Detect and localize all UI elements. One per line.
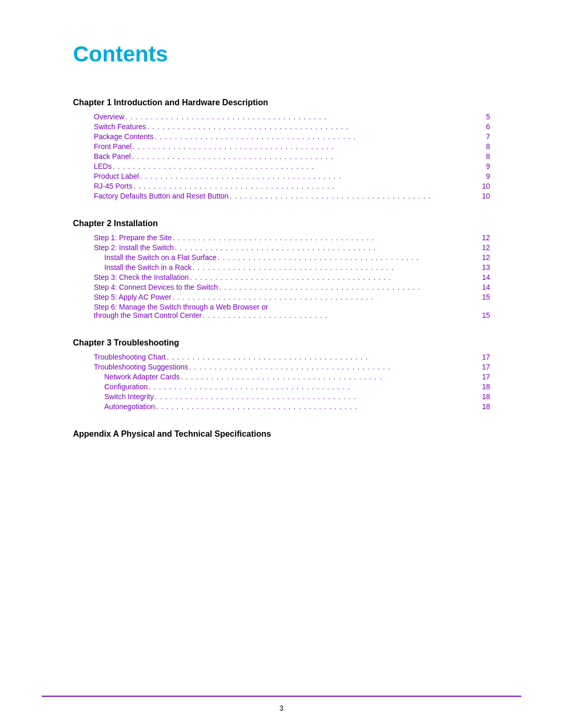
chapter-section-4: Appendix A Physical and Technical Specif…: [73, 429, 490, 439]
toc-entry[interactable]: Product Label . . . . . . . . . . . . . …: [94, 172, 490, 180]
toc-entry[interactable]: Front Panel . . . . . . . . . . . . . . …: [94, 142, 490, 151]
toc-entry[interactable]: Configuration . . . . . . . . . . . . . …: [104, 382, 490, 391]
toc-entry[interactable]: Autonegotiation . . . . . . . . . . . . …: [104, 402, 490, 411]
chapter-heading-3: Chapter 3 Troubleshooting: [73, 338, 490, 348]
footer-divider: [42, 696, 521, 697]
toc-entry[interactable]: Step 2: Install the Switch . . . . . . .…: [94, 243, 490, 252]
toc-entry[interactable]: Install the Switch on a Flat Surface . .…: [104, 253, 490, 262]
toc-entry[interactable]: Step 1: Prepare the Site . . . . . . . .…: [94, 233, 490, 242]
toc-entry[interactable]: Step 4: Connect Devices to the Switch . …: [94, 283, 490, 291]
toc-entry[interactable]: Step 3: Check the Installation . . . . .…: [94, 273, 490, 281]
toc-entry[interactable]: Switch Integrity . . . . . . . . . . . .…: [104, 392, 490, 401]
chapter-heading-1: Chapter 1 Introduction and Hardware Desc…: [73, 98, 490, 107]
toc-entry[interactable]: Switch Features . . . . . . . . . . . . …: [94, 122, 490, 131]
toc-entry[interactable]: Package Contents . . . . . . . . . . . .…: [94, 132, 490, 141]
toc-entry[interactable]: Step 5: Apply AC Power . . . . . . . . .…: [94, 293, 490, 301]
chapter-section-2: Chapter 2 InstallationStep 1: Prepare th…: [73, 219, 490, 319]
toc-entries-chapter-3: Troubleshooting Chart . . . . . . . . . …: [94, 353, 490, 411]
chapter-heading-4: Appendix A Physical and Technical Specif…: [73, 429, 490, 439]
toc-container: Chapter 1 Introduction and Hardware Desc…: [73, 98, 490, 439]
toc-entries-chapter-2: Step 1: Prepare the Site . . . . . . . .…: [94, 233, 490, 319]
toc-entry[interactable]: Network Adapter Cards . . . . . . . . . …: [104, 373, 490, 381]
toc-entry[interactable]: LEDs . . . . . . . . . . . . . . . . . .…: [94, 162, 490, 170]
chapter-section-3: Chapter 3 TroubleshootingTroubleshooting…: [73, 338, 490, 411]
toc-entry[interactable]: Back Panel . . . . . . . . . . . . . . .…: [94, 152, 490, 161]
toc-entry[interactable]: Overview . . . . . . . . . . . . . . . .…: [94, 113, 490, 121]
toc-entries-chapter-1: Overview . . . . . . . . . . . . . . . .…: [94, 113, 490, 200]
toc-entry[interactable]: RJ-45 Ports . . . . . . . . . . . . . . …: [94, 182, 490, 190]
toc-entry[interactable]: Troubleshooting Chart . . . . . . . . . …: [94, 353, 490, 361]
page-title: Contents: [73, 42, 490, 67]
chapter-heading-2: Chapter 2 Installation: [73, 219, 490, 228]
toc-entry[interactable]: Troubleshooting Suggestions . . . . . . …: [94, 363, 490, 371]
toc-entry[interactable]: Step 6: Manage the Switch through a Web …: [94, 303, 490, 319]
toc-entry[interactable]: Factory Defaults Button and Reset Button…: [94, 192, 490, 200]
toc-entry[interactable]: Install the Switch in a Rack . . . . . .…: [104, 263, 490, 272]
chapter-section-1: Chapter 1 Introduction and Hardware Desc…: [73, 98, 490, 200]
footer-page-number: 3: [0, 704, 563, 712]
